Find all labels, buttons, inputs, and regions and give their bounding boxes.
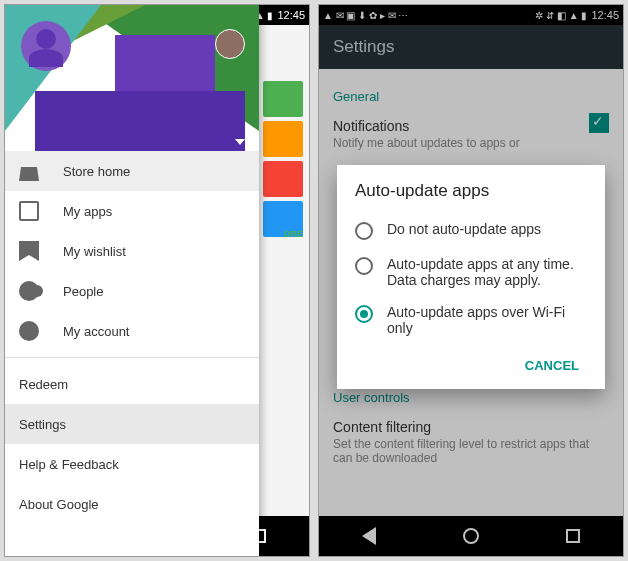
drawer-item-redeem[interactable]: Redeem [5,364,259,404]
radio-icon [355,305,373,323]
more-badge: ORE [283,229,303,239]
phone-left: ▲ ✉ ▣ ⬇ ✿ ▸ ✉ ⋯ ✲ ⇵ ◧ ▲ ▮12:45 ⌕ ORE Sto… [4,4,310,557]
phone-right: ▲ ✉ ▣ ⬇ ✿ ▸ ✉ ⋯ ✲ ⇵ ◧ ▲ ▮12:45 Settings … [318,4,624,557]
store-icon [19,161,39,181]
people-icon [19,281,39,301]
drawer-item-help[interactable]: Help & Feedback [5,444,259,484]
drawer-item-people[interactable]: People [5,271,259,311]
radio-icon [355,222,373,240]
dialog-title: Auto-update apps [355,181,587,201]
wishlist-icon [19,241,39,261]
drawer-item-my-account[interactable]: My account [5,311,259,351]
drawer-header[interactable] [5,5,259,151]
drawer-item-store-home[interactable]: Store home [5,151,259,191]
apps-icon [19,201,39,221]
radio-wifi-only[interactable]: Auto-update apps over Wi-Fi only [355,296,587,344]
radio-do-not-update[interactable]: Do not auto-update apps [355,213,587,248]
drawer-item-settings[interactable]: Settings [5,404,259,444]
clock: 12:45 [277,9,305,21]
radio-any-time[interactable]: Auto-update apps at any time. Data charg… [355,248,587,296]
avatar-icon[interactable] [21,21,71,71]
drawer-item-my-wishlist[interactable]: My wishlist [5,231,259,271]
auto-update-dialog: Auto-update apps Do not auto-update apps… [337,165,605,389]
account-icon [19,321,39,341]
avatar-small[interactable] [215,29,245,59]
chevron-down-icon[interactable] [235,139,245,145]
radio-icon [355,257,373,275]
drawer-item-about[interactable]: About Google [5,484,259,524]
nav-drawer: Store home My apps My wishlist People My… [5,5,259,556]
drawer-item-my-apps[interactable]: My apps [5,191,259,231]
cancel-button[interactable]: CANCEL [517,352,587,379]
